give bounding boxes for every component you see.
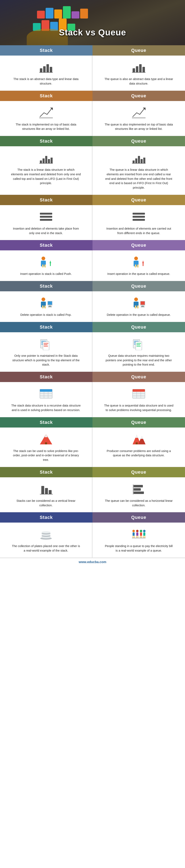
svg-rect-124 [143,532,145,536]
queue-text-5: Insert operation in the queue is called … [107,272,170,276]
svg-rect-23 [141,159,143,163]
stack-text-2: The stack is implemented on top of basic… [11,122,81,131]
svg-rect-120 [140,532,142,536]
stack-icon-5 [38,255,54,269]
svg-rect-17 [48,159,50,163]
stack-cell-9: The stack can be used to solve problems … [0,428,92,467]
stack-cell-6: Delete operation is stack is called Pop. [0,291,92,322]
queue-icon-6 [131,296,147,310]
svg-rect-118 [138,536,138,538]
svg-rect-26 [40,213,52,215]
svg-rect-54 [135,306,136,308]
svg-rect-21 [135,158,137,163]
svg-point-32 [41,256,45,260]
stack-label-4: Stack [0,195,92,205]
svg-rect-77 [40,389,52,392]
queue-label-5: Queue [92,240,185,250]
content-row-10: Stacks can be considered as a vertical l… [0,477,185,513]
svg-rect-34 [42,265,44,268]
svg-rect-16 [45,156,47,163]
svg-rect-55 [137,306,139,308]
queue-text-4: Insertion and deletion of elements are c… [104,226,174,236]
section-labels-11: Stack Queue [0,512,185,523]
svg-rect-2 [46,64,49,72]
svg-rect-28 [40,219,52,221]
stack-text-8: The stack data structure is a recursive … [11,403,81,412]
queue-label-2: Queue [92,91,185,101]
svg-rect-15 [43,158,45,163]
svg-rect-122 [141,536,142,538]
svg-rect-116 [136,532,138,536]
svg-rect-65 [44,343,48,344]
queue-cell-3: The queue is a linear data structure in … [92,146,185,195]
svg-marker-95 [140,436,143,439]
queue-icon-10 [131,482,147,496]
svg-rect-8 [143,67,145,72]
queue-icon-2 [131,105,147,120]
stack-icon-4 [38,210,54,224]
queue-cell-1: The queue is also an abstract data type … [92,56,185,91]
svg-rect-43 [143,263,144,266]
stack-icon-3 [38,151,54,165]
svg-point-119 [140,530,142,532]
stack-cell-4: Insertion and deletion of elements take … [0,205,92,240]
stack-label-11: Stack [0,512,92,523]
queue-icon-1 [131,60,147,74]
section-labels-1: Stack Queue [0,45,185,56]
svg-rect-3 [50,67,52,72]
svg-rect-35 [44,265,46,268]
queue-label-3: Queue [92,136,185,146]
section-labels-9: Stack Queue [0,417,185,428]
content-row-1: The stack is an abstract data type and l… [0,56,185,91]
stack-label-5: Stack [0,240,92,250]
stack-text-7: Only one pointer is maintained in the St… [11,354,81,367]
svg-point-44 [41,298,45,301]
queue-icon-9 [131,432,147,446]
content-row-8: The stack data structure is a recursive … [0,382,185,417]
svg-rect-67 [44,346,48,346]
svg-rect-98 [45,488,48,494]
svg-point-111 [133,530,135,532]
svg-rect-75 [137,346,141,346]
svg-point-123 [143,530,146,532]
svg-marker-93 [135,435,138,438]
stack-icon-7 [38,337,54,351]
stack-text-10: Stacks can be considered as a vertical l… [11,499,81,508]
stack-label-1: Stack [0,45,92,56]
queue-label-9: Queue [92,417,185,428]
content-row-9: The stack can be used to solve problems … [0,428,185,467]
svg-rect-47 [44,306,46,308]
content-row-6: Delete operation is stack is called Pop.… [0,291,185,322]
stack-cell-5: Insert operation is stack is called Push… [0,250,92,281]
queue-icon-5 [131,255,147,269]
queue-label-11: Queue [92,512,185,523]
svg-rect-102 [134,488,141,491]
svg-rect-37 [50,263,51,266]
stack-icon-11 [38,527,54,541]
content-row-5: Insert operation is stack is called Push… [0,250,185,281]
stack-cell-3: The stack is a linear data structure in … [0,146,92,195]
queue-text-10: The queue can be considered as a horizon… [104,499,174,508]
svg-marker-91 [45,434,47,437]
queue-label-1: Queue [92,45,185,56]
stack-text-6: Delete operation is stack is called Pop. [21,313,72,317]
svg-rect-5 [133,68,135,72]
footer-url: www.educba.com [79,560,107,564]
svg-rect-74 [137,344,140,345]
svg-rect-46 [42,306,44,308]
svg-rect-24 [143,158,145,163]
svg-point-52 [134,298,138,301]
svg-rect-96 [136,442,138,444]
svg-rect-117 [136,536,137,538]
svg-rect-121 [140,536,141,538]
queue-label-10: Queue [92,467,185,477]
svg-rect-14 [40,160,42,163]
queue-label-7: Queue [92,322,185,332]
svg-rect-0 [40,68,42,72]
stack-icon-1 [38,60,54,74]
stack-text-11: The collection of plates placed one over… [11,544,81,553]
svg-point-38 [134,256,138,260]
svg-rect-113 [133,536,134,538]
queue-icon-8 [131,386,147,401]
stack-label-3: Stack [0,136,92,146]
